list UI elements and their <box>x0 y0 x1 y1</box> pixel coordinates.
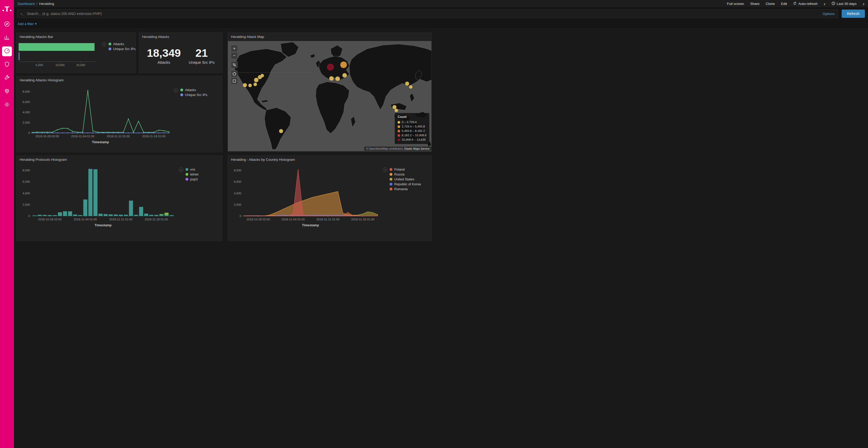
panel-title[interactable]: Heralding Attack Map <box>228 33 431 41</box>
bar-vnc[interactable] <box>159 215 163 216</box>
bar-vnc[interactable] <box>134 215 138 216</box>
bar-telnet[interactable] <box>164 213 169 215</box>
panel-title[interactable]: Heralding - Attacks by Country Histogram <box>228 156 431 164</box>
svg-text:6,000: 6,000 <box>234 180 241 183</box>
legend-item-unique-src-ips[interactable]: Unique Src IPs <box>108 47 135 51</box>
attack-map-marker[interactable] <box>405 81 409 86</box>
bar-vnc[interactable] <box>129 201 133 216</box>
attack-map-marker[interactable] <box>279 129 283 133</box>
hbar-unique-src-ips[interactable] <box>19 53 20 60</box>
bar-vnc[interactable] <box>88 169 92 216</box>
panel-title[interactable]: Heralding Attacks <box>139 33 222 41</box>
legend-item-unique-src-ips[interactable]: Unique Src IPs <box>180 93 208 97</box>
legend-toggle-icon[interactable]: › <box>383 168 388 172</box>
metric-unique-src-ips: 21 Unique Src IPs <box>189 47 214 65</box>
attack-map-marker[interactable] <box>395 109 398 112</box>
bar-vnc[interactable] <box>73 214 77 216</box>
attack-map-marker[interactable] <box>254 78 258 82</box>
map-draw-rectangle-button[interactable] <box>231 78 238 84</box>
legend-item-vnc[interactable]: vnc <box>185 168 198 171</box>
legend-item-republic-of-korea[interactable]: Republic of Korea <box>390 182 421 186</box>
legend-toggle-icon[interactable]: › <box>102 42 106 47</box>
breadcrumb-dashboard[interactable]: Dashboard <box>18 2 35 6</box>
bar-vnc[interactable] <box>139 207 143 216</box>
protocols-histogram-chart: 02,0004,0006,0008,0002018-10-28 02:00201… <box>17 164 179 224</box>
sidebar-item-monitoring[interactable] <box>2 87 12 97</box>
attack-map-marker[interactable] <box>409 85 412 89</box>
bar-vnc[interactable] <box>53 215 57 216</box>
attack-map-marker[interactable] <box>329 76 334 81</box>
search-input-container: >_ Options <box>17 9 434 18</box>
bar-vnc[interactable] <box>103 214 108 216</box>
bar-vnc[interactable] <box>154 215 158 216</box>
area-russia[interactable] <box>243 192 378 216</box>
map-zoom-out-button[interactable]: − <box>231 53 238 59</box>
legend-item-poland[interactable]: Poland <box>390 168 421 171</box>
search-input[interactable] <box>27 12 434 16</box>
bar-vnc[interactable] <box>164 215 169 216</box>
sidebar-item-management[interactable] <box>2 100 12 110</box>
add-filter-link[interactable]: Add a filter+ <box>18 22 37 26</box>
legend-toggle-icon[interactable]: › <box>179 168 183 172</box>
terminal-prompt-icon: >_ <box>21 12 25 16</box>
sidebar-item-dashboard[interactable] <box>2 46 12 56</box>
panel-title[interactable]: Heralding Protocols Histogram <box>17 156 222 164</box>
svg-text:4,000: 4,000 <box>23 111 30 114</box>
map-zoom-in-button[interactable]: + <box>231 45 238 52</box>
legend-item-romania[interactable]: Romania <box>390 187 421 191</box>
attack-map-marker[interactable] <box>260 74 264 77</box>
bar-vnc[interactable] <box>109 214 113 216</box>
bar-vnc[interactable] <box>149 215 153 216</box>
bar-vnc[interactable] <box>169 215 174 216</box>
svg-text:2018-11-11 01:00: 2018-11-11 01:00 <box>316 218 339 221</box>
bar-vnc[interactable] <box>94 169 98 216</box>
sidebar-item-security[interactable] <box>2 60 12 70</box>
series-line-attacks[interactable] <box>32 91 169 132</box>
sidebar-item-discover[interactable] <box>2 20 12 29</box>
map-draw-polygon-button[interactable] <box>231 70 238 77</box>
attack-map-marker[interactable] <box>243 83 247 87</box>
bar-telnet[interactable] <box>159 214 163 215</box>
bar-vnc[interactable] <box>38 215 42 216</box>
legend-item-attacks[interactable]: Attacks <box>180 88 208 92</box>
bar-vnc[interactable] <box>33 215 37 216</box>
bar-vnc[interactable] <box>124 215 128 216</box>
bar-vnc[interactable] <box>83 200 87 216</box>
elastic-maps-service-link[interactable]: Elastic Maps Service <box>405 147 430 150</box>
attack-map-marker[interactable] <box>248 83 252 87</box>
bar-vnc[interactable] <box>68 211 72 216</box>
panel-title[interactable]: Heralding Attacks Bar <box>17 33 135 41</box>
bar-vnc[interactable] <box>63 211 67 216</box>
hbar-attacks[interactable] <box>19 43 95 51</box>
bar-vnc[interactable] <box>58 212 62 216</box>
map-fit-bounds-button[interactable] <box>231 61 238 68</box>
attack-map-marker[interactable] <box>327 64 334 71</box>
attack-map-marker[interactable] <box>253 82 257 86</box>
attack-map-marker[interactable] <box>340 61 347 68</box>
legend-item-pop3[interactable]: pop3 <box>185 177 198 181</box>
bar-vnc[interactable] <box>98 214 102 216</box>
legend-range-label: 2,729.4 – 5,455.8 <box>402 125 425 129</box>
legend-item-united-states[interactable]: United States <box>390 177 421 181</box>
legend-toggle-icon[interactable]: › <box>174 88 178 93</box>
legend-item-attacks[interactable]: Attacks <box>108 42 135 46</box>
legend-item-telnet[interactable]: telnet <box>185 172 198 176</box>
bar-vnc[interactable] <box>43 215 47 216</box>
bar-vnc[interactable] <box>119 215 123 216</box>
attack-map-marker[interactable] <box>393 105 397 109</box>
sidebar-item-visualize[interactable] <box>2 33 12 43</box>
bar-vnc[interactable] <box>78 215 83 216</box>
sidebar-item-devtools[interactable] <box>2 73 12 83</box>
legend-item-russia[interactable]: Russia <box>390 172 421 176</box>
bar-pop3[interactable] <box>88 169 92 169</box>
bar-vnc[interactable] <box>144 214 148 216</box>
bar-vnc[interactable] <box>114 214 118 216</box>
attacks-histogram-chart: 02,0004,0006,0008,0002018-10-28 02:00201… <box>17 84 174 152</box>
attack-map-marker[interactable] <box>335 76 340 81</box>
openstreetmap-link[interactable]: © OpenStreetMap <box>366 147 388 150</box>
map-legend-range: 10,908.6 – 13,635 <box>398 138 427 142</box>
panel-title[interactable]: Heralding Attacks Histogram <box>17 76 222 84</box>
bar-vnc[interactable] <box>48 215 52 216</box>
world-map[interactable]: + − Count 3 – 2,729.42,729.4 – 5,455.85,… <box>228 41 432 151</box>
attack-map-marker[interactable] <box>342 73 347 78</box>
